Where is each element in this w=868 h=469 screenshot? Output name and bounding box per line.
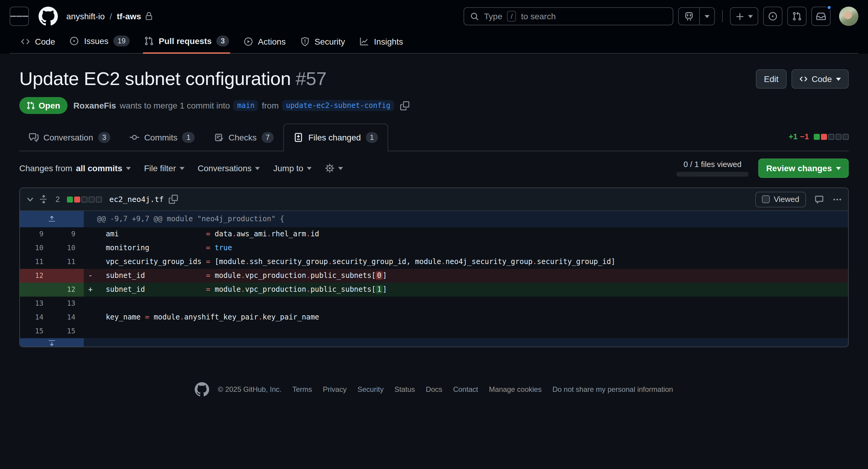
repo-tab-code[interactable]: Code: [14, 31, 61, 53]
head-branch-label[interactable]: update-ec2-subnet-config: [282, 100, 394, 111]
plus-icon: [735, 12, 744, 21]
pr-tabs: Conversation 3 Commits 1 Checks 7 Files …: [19, 124, 849, 151]
old-line-number[interactable]: 15: [20, 324, 52, 338]
file-name[interactable]: ec2_neo4j.tf: [109, 195, 164, 204]
issues-button[interactable]: [763, 7, 782, 26]
new-line-number[interactable]: [52, 269, 84, 283]
checklist-icon: [214, 133, 224, 142]
diff-settings-dropdown[interactable]: [325, 163, 343, 173]
page: anyshift-io / tf-aws Type / to search: [0, 0, 868, 469]
copilot-icon: [679, 8, 699, 25]
expand-up-button[interactable]: [20, 211, 84, 227]
footer-link-status[interactable]: Status: [395, 385, 415, 394]
tab-checks[interactable]: Checks 7: [204, 124, 284, 151]
pr-author[interactable]: RoxaneFis: [73, 101, 116, 110]
tab-files-changed[interactable]: Files changed 1: [284, 124, 389, 151]
footer-link-terms[interactable]: Terms: [292, 385, 312, 394]
conversations-dropdown[interactable]: Conversations: [198, 163, 260, 173]
diff-marker: [84, 255, 97, 269]
old-line-number[interactable]: 11: [20, 255, 52, 269]
code-line: vpc_security_group_ids = [module.ssh_sec…: [97, 255, 848, 269]
repo-tab-pull-requests[interactable]: Pull requests 3: [138, 30, 235, 53]
code-button[interactable]: Code: [791, 69, 849, 89]
new-line-number[interactable]: 10: [52, 241, 84, 255]
new-line-number[interactable]: 12: [52, 283, 84, 296]
create-new-button[interactable]: [730, 7, 758, 25]
old-line-number[interactable]: 10: [20, 241, 52, 255]
pr-number: #57: [296, 68, 327, 89]
repo-tab-actions[interactable]: Actions: [238, 31, 292, 53]
old-line-number[interactable]: 14: [20, 310, 52, 324]
comment-icon[interactable]: [814, 194, 824, 204]
search-placeholder-2: to search: [521, 11, 556, 21]
unfold-icon[interactable]: [39, 195, 48, 204]
footer-link-privacy-choices[interactable]: Do not share my personal information: [553, 385, 673, 394]
edit-button[interactable]: Edit: [756, 69, 786, 89]
breadcrumb-org[interactable]: anyshift-io: [66, 11, 105, 21]
expand-down-button[interactable]: [20, 338, 84, 347]
review-changes-button[interactable]: Review changes: [758, 159, 849, 178]
viewed-checkbox[interactable]: [762, 195, 770, 203]
footer-link-manage-cookies[interactable]: Manage cookies: [489, 385, 541, 394]
file-filter-dropdown[interactable]: File filter: [144, 163, 184, 173]
diff-line: 12- subnet_id = module.vpc_production.pu…: [20, 269, 848, 283]
copilot-button[interactable]: [678, 7, 715, 25]
base-branch-label[interactable]: main: [234, 100, 258, 111]
chevron-down-icon: [180, 167, 184, 170]
issue-opened-icon: [70, 36, 79, 46]
breadcrumb-separator: /: [110, 11, 112, 21]
slash-key-hint: /: [507, 11, 516, 22]
footer-link-privacy[interactable]: Privacy: [323, 385, 347, 394]
github-logo[interactable]: [38, 7, 58, 26]
repo-tab-issues[interactable]: Issues 19: [64, 30, 136, 53]
user-avatar[interactable]: [839, 7, 858, 26]
tab-conversation[interactable]: Conversation 3: [19, 124, 120, 151]
new-line-number[interactable]: 13: [52, 296, 84, 310]
chevron-down-icon: [126, 167, 131, 170]
breadcrumb-repo[interactable]: tf-aws: [117, 11, 141, 21]
diff-marker: [84, 324, 97, 338]
chevron-down-icon: [836, 77, 841, 81]
pull-requests-button[interactable]: [787, 7, 807, 26]
copy-icon[interactable]: [400, 101, 409, 110]
code-line: ami = data.aws_ami.rhel_arm.id: [97, 227, 848, 241]
repo-tab-security[interactable]: Security: [294, 31, 351, 53]
git-pull-request-icon: [144, 36, 154, 46]
copyright: © 2025 GitHub, Inc.: [218, 385, 281, 394]
new-line-number[interactable]: 11: [52, 255, 84, 269]
kebab-menu-icon[interactable]: [832, 194, 842, 204]
old-line-number[interactable]: [20, 283, 52, 296]
old-line-number[interactable]: 13: [20, 296, 52, 310]
footer-link-contact[interactable]: Contact: [453, 385, 478, 394]
copilot-dropdown[interactable]: [700, 8, 714, 25]
additions-count: +1: [789, 132, 798, 141]
copy-icon[interactable]: [168, 195, 178, 204]
new-line-number[interactable]: 15: [52, 324, 84, 338]
viewed-toggle[interactable]: Viewed: [755, 191, 806, 207]
diff-line: 1111 vpc_security_group_ids = [module.ss…: [20, 255, 848, 269]
merge-text: wants to merge 1 commit into: [120, 101, 230, 110]
new-line-number[interactable]: 14: [52, 310, 84, 324]
file-diff-icon: [294, 133, 304, 142]
hamburger-menu-button[interactable]: [10, 7, 29, 26]
search-input[interactable]: Type / to search: [464, 7, 673, 25]
global-header: anyshift-io / tf-aws Type / to search: [0, 0, 868, 54]
changes-from-dropdown[interactable]: Changes from all commits: [19, 163, 131, 173]
footer-link-docs[interactable]: Docs: [426, 385, 442, 394]
code-line: subnet_id = module.vpc_production.public…: [97, 283, 848, 296]
header-divider: [722, 10, 723, 22]
collapse-file-chevron[interactable]: [26, 195, 34, 204]
repo-tab-insights[interactable]: Insights: [353, 31, 409, 53]
new-line-number[interactable]: 9: [52, 227, 84, 241]
footer-link-security[interactable]: Security: [358, 385, 384, 394]
chevron-down-icon: [338, 167, 343, 170]
old-line-number[interactable]: 9: [20, 227, 52, 241]
git-pull-request-icon: [27, 101, 35, 110]
old-line-number[interactable]: 12: [20, 269, 52, 283]
jump-to-dropdown[interactable]: Jump to: [273, 163, 312, 173]
tab-commits[interactable]: Commits 1: [120, 124, 204, 151]
inbox-button[interactable]: [811, 7, 831, 26]
pr-meta: Open RoxaneFis wants to merge 1 commit i…: [19, 97, 849, 114]
diff-line: 1313: [20, 296, 848, 310]
deletions-count: −1: [800, 132, 809, 141]
